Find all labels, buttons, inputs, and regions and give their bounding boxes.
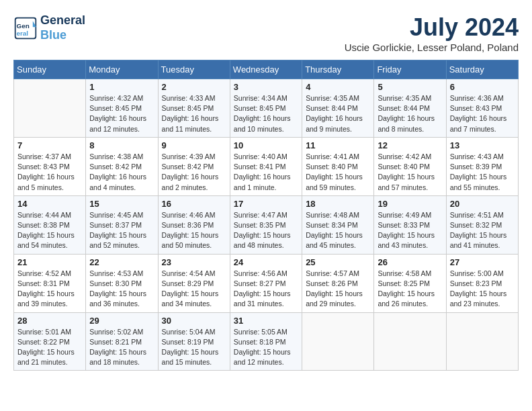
day-number: 13 bbox=[450, 140, 515, 150]
day-number: 22 bbox=[89, 257, 154, 267]
day-info: Sunrise: 4:39 AMSunset: 8:42 PMDaylight:… bbox=[162, 152, 226, 193]
day-info: Sunrise: 5:05 AMSunset: 8:18 PMDaylight:… bbox=[234, 327, 298, 368]
day-number: 18 bbox=[306, 199, 370, 209]
calendar-cell: 12Sunrise: 4:42 AMSunset: 8:40 PMDayligh… bbox=[374, 137, 446, 195]
day-info: Sunrise: 5:04 AMSunset: 8:19 PMDaylight:… bbox=[162, 327, 226, 368]
day-info: Sunrise: 4:49 AMSunset: 8:33 PMDaylight:… bbox=[378, 210, 442, 251]
day-info: Sunrise: 4:58 AMSunset: 8:25 PMDaylight:… bbox=[378, 269, 442, 310]
day-header: Sunday bbox=[14, 60, 86, 79]
location: Uscie Gorlickie, Lesser Poland, Poland bbox=[345, 42, 519, 53]
day-info: Sunrise: 4:36 AMSunset: 8:43 PMDaylight:… bbox=[450, 93, 515, 134]
svg-text:Gen: Gen bbox=[17, 22, 30, 30]
logo: Gen eral General Blue bbox=[13, 13, 85, 42]
day-number: 4 bbox=[306, 82, 370, 92]
calendar-cell: 26Sunrise: 4:58 AMSunset: 8:25 PMDayligh… bbox=[374, 254, 446, 312]
calendar-cell: 21Sunrise: 4:52 AMSunset: 8:31 PMDayligh… bbox=[14, 254, 86, 312]
calendar-cell: 20Sunrise: 4:51 AMSunset: 8:32 PMDayligh… bbox=[446, 195, 518, 254]
calendar-cell: 4Sunrise: 4:35 AMSunset: 8:44 PMDaylight… bbox=[302, 79, 374, 138]
calendar-cell: 5Sunrise: 4:35 AMSunset: 8:44 PMDaylight… bbox=[374, 79, 446, 138]
day-info: Sunrise: 4:54 AMSunset: 8:29 PMDaylight:… bbox=[162, 269, 226, 310]
day-number: 27 bbox=[450, 257, 515, 267]
day-info: Sunrise: 4:41 AMSunset: 8:40 PMDaylight:… bbox=[306, 152, 370, 193]
day-number: 20 bbox=[450, 199, 515, 209]
calendar-cell: 25Sunrise: 4:57 AMSunset: 8:26 PMDayligh… bbox=[302, 254, 374, 312]
day-number: 29 bbox=[89, 316, 154, 326]
day-info: Sunrise: 4:47 AMSunset: 8:35 PMDaylight:… bbox=[234, 210, 298, 251]
day-number: 12 bbox=[378, 140, 442, 150]
calendar-cell: 11Sunrise: 4:41 AMSunset: 8:40 PMDayligh… bbox=[302, 137, 374, 195]
month-title: July 2024 bbox=[345, 13, 519, 42]
calendar-cell: 13Sunrise: 4:43 AMSunset: 8:39 PMDayligh… bbox=[446, 137, 518, 195]
day-info: Sunrise: 4:52 AMSunset: 8:31 PMDaylight:… bbox=[17, 269, 82, 310]
day-info: Sunrise: 4:37 AMSunset: 8:43 PMDaylight:… bbox=[17, 152, 82, 193]
day-info: Sunrise: 4:32 AMSunset: 8:45 PMDaylight:… bbox=[89, 93, 154, 134]
calendar-header-row: SundayMondayTuesdayWednesdayThursdayFrid… bbox=[14, 60, 519, 79]
day-info: Sunrise: 4:45 AMSunset: 8:37 PMDaylight:… bbox=[89, 210, 154, 251]
calendar-cell bbox=[14, 79, 86, 138]
calendar-week-row: 28Sunrise: 5:01 AMSunset: 8:22 PMDayligh… bbox=[14, 312, 519, 371]
logo-icon: Gen eral bbox=[13, 16, 38, 40]
day-number: 6 bbox=[450, 82, 515, 92]
day-number: 15 bbox=[89, 199, 154, 209]
calendar-cell: 24Sunrise: 4:56 AMSunset: 8:27 PMDayligh… bbox=[230, 254, 302, 312]
day-number: 24 bbox=[234, 257, 298, 267]
day-info: Sunrise: 4:46 AMSunset: 8:36 PMDaylight:… bbox=[162, 210, 226, 251]
calendar-week-row: 14Sunrise: 4:44 AMSunset: 8:38 PMDayligh… bbox=[14, 195, 519, 254]
day-number: 8 bbox=[89, 140, 154, 150]
day-number: 10 bbox=[234, 140, 298, 150]
day-number: 17 bbox=[234, 199, 298, 209]
day-header: Wednesday bbox=[230, 60, 302, 79]
calendar-cell bbox=[302, 312, 374, 371]
day-number: 7 bbox=[17, 140, 82, 150]
page-header: Gen eral General Blue July 2024 Uscie Go… bbox=[13, 13, 519, 53]
day-number: 25 bbox=[306, 257, 370, 267]
day-info: Sunrise: 4:44 AMSunset: 8:38 PMDaylight:… bbox=[17, 210, 82, 251]
calendar-cell: 7Sunrise: 4:37 AMSunset: 8:43 PMDaylight… bbox=[14, 137, 86, 195]
day-info: Sunrise: 4:57 AMSunset: 8:26 PMDaylight:… bbox=[306, 269, 370, 310]
day-header: Thursday bbox=[302, 60, 374, 79]
calendar-cell: 9Sunrise: 4:39 AMSunset: 8:42 PMDaylight… bbox=[158, 137, 230, 195]
calendar-cell: 16Sunrise: 4:46 AMSunset: 8:36 PMDayligh… bbox=[158, 195, 230, 254]
logo-text: General Blue bbox=[40, 13, 85, 42]
day-info: Sunrise: 4:33 AMSunset: 8:45 PMDaylight:… bbox=[162, 93, 226, 134]
day-header: Saturday bbox=[446, 60, 518, 79]
title-block: July 2024 Uscie Gorlickie, Lesser Poland… bbox=[345, 13, 519, 53]
day-info: Sunrise: 5:01 AMSunset: 8:22 PMDaylight:… bbox=[17, 327, 82, 368]
calendar-cell: 15Sunrise: 4:45 AMSunset: 8:37 PMDayligh… bbox=[86, 195, 158, 254]
svg-text:eral: eral bbox=[17, 29, 29, 36]
calendar-cell: 6Sunrise: 4:36 AMSunset: 8:43 PMDaylight… bbox=[446, 79, 518, 138]
calendar-cell: 27Sunrise: 5:00 AMSunset: 8:23 PMDayligh… bbox=[446, 254, 518, 312]
calendar-week-row: 1Sunrise: 4:32 AMSunset: 8:45 PMDaylight… bbox=[14, 79, 519, 138]
day-number: 28 bbox=[17, 316, 82, 326]
calendar-cell: 30Sunrise: 5:04 AMSunset: 8:19 PMDayligh… bbox=[158, 312, 230, 371]
day-info: Sunrise: 4:34 AMSunset: 8:45 PMDaylight:… bbox=[234, 93, 298, 134]
calendar-cell: 17Sunrise: 4:47 AMSunset: 8:35 PMDayligh… bbox=[230, 195, 302, 254]
calendar-cell: 28Sunrise: 5:01 AMSunset: 8:22 PMDayligh… bbox=[14, 312, 86, 371]
calendar-cell: 1Sunrise: 4:32 AMSunset: 8:45 PMDaylight… bbox=[86, 79, 158, 138]
day-number: 3 bbox=[234, 82, 298, 92]
day-number: 2 bbox=[162, 82, 226, 92]
day-info: Sunrise: 4:53 AMSunset: 8:30 PMDaylight:… bbox=[89, 269, 154, 310]
day-header: Tuesday bbox=[158, 60, 230, 79]
day-info: Sunrise: 4:51 AMSunset: 8:32 PMDaylight:… bbox=[450, 210, 515, 251]
day-number: 31 bbox=[234, 316, 298, 326]
calendar-cell: 14Sunrise: 4:44 AMSunset: 8:38 PMDayligh… bbox=[14, 195, 86, 254]
calendar-cell: 10Sunrise: 4:40 AMSunset: 8:41 PMDayligh… bbox=[230, 137, 302, 195]
day-info: Sunrise: 4:43 AMSunset: 8:39 PMDaylight:… bbox=[450, 152, 515, 193]
day-number: 11 bbox=[306, 140, 370, 150]
day-header: Friday bbox=[374, 60, 446, 79]
day-number: 21 bbox=[17, 257, 82, 267]
calendar-cell bbox=[446, 312, 518, 371]
day-number: 19 bbox=[378, 199, 442, 209]
day-info: Sunrise: 4:35 AMSunset: 8:44 PMDaylight:… bbox=[378, 93, 442, 134]
calendar-cell: 22Sunrise: 4:53 AMSunset: 8:30 PMDayligh… bbox=[86, 254, 158, 312]
day-number: 9 bbox=[162, 140, 226, 150]
day-info: Sunrise: 4:38 AMSunset: 8:42 PMDaylight:… bbox=[89, 152, 154, 193]
calendar-cell: 2Sunrise: 4:33 AMSunset: 8:45 PMDaylight… bbox=[158, 79, 230, 138]
day-info: Sunrise: 4:40 AMSunset: 8:41 PMDaylight:… bbox=[234, 152, 298, 193]
day-number: 30 bbox=[162, 316, 226, 326]
day-info: Sunrise: 4:48 AMSunset: 8:34 PMDaylight:… bbox=[306, 210, 370, 251]
day-number: 26 bbox=[378, 257, 442, 267]
calendar-cell: 8Sunrise: 4:38 AMSunset: 8:42 PMDaylight… bbox=[86, 137, 158, 195]
calendar-cell: 31Sunrise: 5:05 AMSunset: 8:18 PMDayligh… bbox=[230, 312, 302, 371]
